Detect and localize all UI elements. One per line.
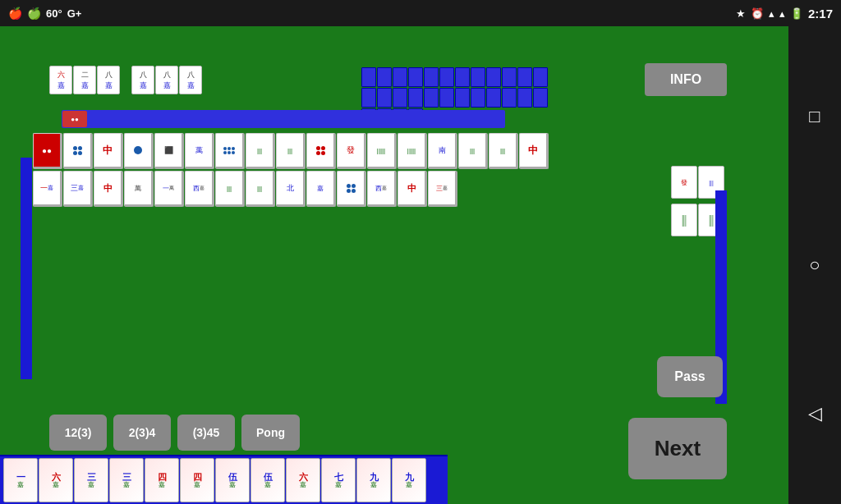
tile[interactable]: 六嘉: [49, 66, 72, 94]
status-right: ★ ⏰ ▴ ▴ 🔋 2:17: [736, 7, 833, 21]
game-tile[interactable]: 一嘉: [33, 171, 62, 207]
facedown-tile: [424, 88, 439, 108]
facedown-tile: [502, 67, 517, 87]
game-tile[interactable]: [337, 171, 366, 207]
tile-group-2: 八嘉 八嘉 八嘉: [131, 66, 202, 94]
facedown-tile: [361, 88, 376, 108]
facedown-tile: [471, 67, 485, 87]
game-tile[interactable]: [306, 133, 336, 169]
facedown-tile: [455, 88, 470, 108]
game-tile[interactable]: [215, 133, 245, 169]
player-tile-6[interactable]: 四嘉: [180, 458, 214, 502]
status-bar: 🍎 🍏 60° G+ ★ ⏰ ▴ ▴ 🔋 2:17: [0, 0, 841, 26]
game-tile[interactable]: 嘉: [306, 171, 336, 207]
facedown-tile: [377, 67, 392, 87]
game-tile[interactable]: 中: [94, 171, 123, 207]
tile[interactable]: 八嘉: [179, 66, 202, 94]
game-tile[interactable]: 一萬: [154, 171, 184, 207]
right-tile[interactable]: 發: [671, 166, 697, 199]
right-tile[interactable]: ||||||: [671, 204, 697, 236]
facedown-tile: [471, 88, 485, 108]
game-tile[interactable]: 三嘉: [63, 171, 93, 207]
player-tile-2[interactable]: 六嘉: [39, 458, 73, 502]
status-time: 2:17: [808, 7, 833, 21]
opponent-hand: ●●: [62, 110, 505, 128]
tile[interactable]: 八嘉: [97, 66, 120, 94]
player-tile-11[interactable]: 九嘉: [356, 458, 391, 502]
game-tile[interactable]: 三嘉: [428, 171, 457, 207]
game-tile[interactable]: 南: [428, 133, 457, 169]
tile[interactable]: 八嘉: [131, 66, 154, 94]
game-tile[interactable]: |||: [458, 133, 488, 169]
info-button[interactable]: INFO: [645, 63, 727, 96]
tile[interactable]: 二嘉: [73, 66, 96, 94]
player-tile-3[interactable]: 三嘉: [74, 458, 108, 502]
player-tile-8[interactable]: 伍嘉: [250, 458, 285, 502]
game-tile[interactable]: 北: [276, 171, 306, 207]
game-tile[interactable]: |||||: [367, 133, 397, 169]
player-tile-9[interactable]: 六嘉: [286, 458, 320, 502]
back-button[interactable]: ◁: [808, 403, 822, 424]
facedown-tile: [377, 88, 392, 108]
game-tile[interactable]: 西嘉: [185, 171, 214, 207]
facedown-tile: [486, 88, 501, 108]
main-row-1: ●● 中 ⬛ 萬 ||| ||| 發 ||||| ||||| 南 ||| |||…: [33, 133, 549, 169]
main-row-2: 一嘉 三嘉 中 萬 一萬 西嘉 ||| ||| 北 嘉 西嘉 中 三嘉: [33, 171, 457, 207]
facedown-tile: [408, 88, 423, 108]
bluetooth-icon: ★: [736, 7, 746, 20]
gplus-icon: G+: [67, 7, 82, 20]
square-button[interactable]: □: [809, 106, 820, 127]
action-buttons: 12(3) 2(3)4 (3)45 Pong: [49, 415, 300, 451]
game-tile[interactable]: |||: [215, 171, 245, 207]
action-2-3-4-button[interactable]: 2(3)4: [113, 415, 171, 451]
facedown-tile: [533, 88, 548, 108]
facedown-tile: [533, 67, 548, 87]
tile[interactable]: 八嘉: [155, 66, 178, 94]
apple-icon-2: 🍏: [27, 7, 41, 20]
game-tile[interactable]: 萬: [185, 133, 214, 169]
next-button[interactable]: Next: [628, 418, 727, 479]
wifi-icon: ▴: [769, 7, 774, 20]
action-12-3-button[interactable]: 12(3): [49, 415, 107, 451]
alarm-icon: ⏰: [751, 7, 764, 20]
game-tile[interactable]: |||||: [398, 133, 427, 169]
circle-button[interactable]: ○: [809, 254, 820, 276]
player-tile-12[interactable]: 九嘉: [392, 458, 426, 502]
game-tile[interactable]: ⬛: [154, 133, 184, 169]
player-tile-5[interactable]: 四嘉: [145, 458, 179, 502]
facedown-tile: [502, 88, 517, 108]
game-tile[interactable]: 萬: [124, 171, 154, 207]
battery-icon: 🔋: [790, 7, 803, 20]
game-tile[interactable]: |||: [246, 133, 275, 169]
facedown-tile: [393, 67, 407, 87]
game-tile[interactable]: 中: [398, 171, 427, 207]
facedown-tile: [486, 67, 501, 87]
facedown-tile: [393, 88, 407, 108]
player-tile-10[interactable]: 七嘉: [321, 458, 356, 502]
game-tile[interactable]: [124, 133, 154, 169]
game-tile[interactable]: 中: [519, 133, 549, 169]
player-tile-1[interactable]: 一嘉: [3, 458, 38, 502]
indicator-tile: ●●: [62, 111, 87, 127]
player-tile-7[interactable]: 伍嘉: [215, 458, 250, 502]
game-tile[interactable]: |||: [276, 133, 306, 169]
game-tile[interactable]: [63, 133, 93, 169]
facedown-tile: [439, 88, 454, 108]
nav-bar: □ ○ ◁: [788, 26, 841, 504]
action-3-45-button[interactable]: (3)45: [177, 415, 235, 451]
pass-button[interactable]: Pass: [657, 356, 723, 397]
facedown-tile: [455, 67, 470, 87]
facedown-tile: [408, 67, 423, 87]
facedown-tile: [424, 67, 439, 87]
temperature: 60°: [46, 7, 62, 20]
facedown-tile: [361, 67, 376, 87]
game-tile[interactable]: |||: [246, 171, 275, 207]
pong-button[interactable]: Pong: [241, 415, 300, 451]
player-tile-4[interactable]: 三嘉: [109, 458, 144, 502]
game-tile[interactable]: 西嘉: [367, 171, 397, 207]
game-tile[interactable]: 發: [337, 133, 366, 169]
game-tile[interactable]: 中: [94, 133, 123, 169]
game-tile[interactable]: |||: [489, 133, 518, 169]
game-tile[interactable]: ●●: [33, 133, 62, 169]
facedown-tile: [517, 88, 532, 108]
